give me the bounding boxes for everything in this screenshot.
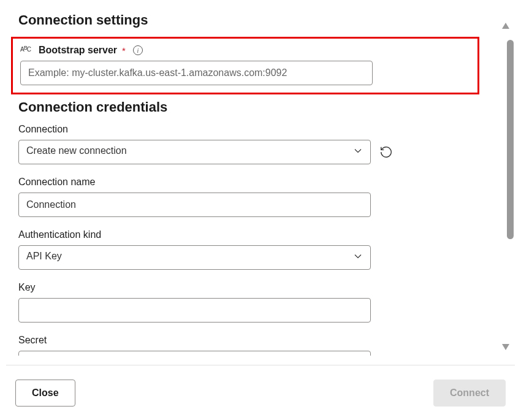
scrollbar-thumb[interactable] xyxy=(507,40,514,239)
auth-kind-field-group: Authentication kind API Key xyxy=(18,229,472,270)
bootstrap-server-label: Bootstrap server xyxy=(39,45,117,56)
close-button[interactable]: Close xyxy=(15,380,75,407)
connection-settings-heading: Connection settings xyxy=(18,12,472,28)
refresh-icon[interactable] xyxy=(379,145,393,159)
connection-name-input[interactable] xyxy=(18,193,371,217)
key-label: Key xyxy=(18,282,472,293)
text-type-icon: ABC xyxy=(20,47,32,53)
info-icon[interactable]: i xyxy=(133,45,143,55)
connection-label: Connection xyxy=(18,124,472,135)
connection-name-label: Connection name xyxy=(18,177,472,188)
bootstrap-server-label-row: ABC Bootstrap server * i xyxy=(20,45,470,56)
bootstrap-highlight-box: ABC Bootstrap server * i xyxy=(11,37,479,94)
svg-marker-1 xyxy=(502,344,509,350)
connection-name-field-group: Connection name xyxy=(18,177,472,217)
connection-field-group: Connection Create new connection xyxy=(18,124,472,164)
connect-button[interactable]: Connect xyxy=(433,380,506,407)
key-input[interactable] xyxy=(18,298,371,323)
auth-kind-label: Authentication kind xyxy=(18,229,472,240)
required-asterisk: * xyxy=(122,45,126,56)
scroll-down-arrow-icon[interactable] xyxy=(501,343,510,353)
footer: Close Connect xyxy=(6,365,515,420)
connection-select[interactable]: Create new connection xyxy=(18,140,371,164)
auth-kind-select[interactable]: API Key xyxy=(18,245,371,270)
secret-input[interactable] xyxy=(18,351,371,356)
key-field-group: Key xyxy=(18,282,472,323)
connection-credentials-heading: Connection credentials xyxy=(18,99,472,115)
secret-field-group: Secret xyxy=(18,335,472,356)
auth-kind-select-wrapper: API Key xyxy=(18,245,371,270)
bootstrap-server-input[interactable] xyxy=(20,61,373,85)
connection-select-wrapper: Create new connection xyxy=(18,140,371,164)
scroll-up-arrow-icon[interactable] xyxy=(501,21,510,31)
content-area: Connection settings ABC Bootstrap server… xyxy=(0,0,490,356)
svg-marker-0 xyxy=(502,23,509,29)
secret-label: Secret xyxy=(18,335,472,346)
